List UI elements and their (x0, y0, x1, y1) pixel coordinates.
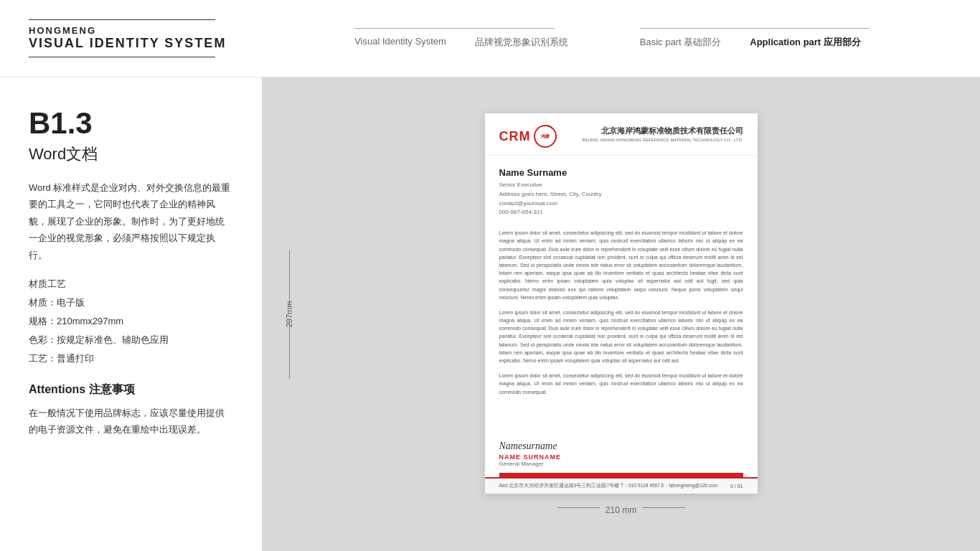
sig-name: NAME SURNAME (499, 453, 743, 461)
nav-right-labels: Basic part 基础部分 Application part 应用部分 (640, 36, 861, 49)
nav-right-top-line (640, 28, 870, 29)
doc-contact: Name Surname Senior Executive Address go… (485, 156, 758, 223)
spec-material: 材质工艺 (29, 275, 233, 293)
crm-text: CRM (499, 129, 531, 144)
side-dim-label: 297mm (285, 300, 293, 329)
doc-container: CRM 鸿蒙 北京海岸鸿蒙标准物质技术有限责任公司 BEIJING HAIIAN… (485, 113, 758, 515)
dim-line-right (642, 507, 685, 508)
nav-top-line (354, 28, 555, 29)
doc-paragraph-1: Lorem ipsum dolor sit amet, consectetur … (499, 229, 743, 301)
logo-seal: 鸿蒙 (534, 125, 557, 148)
sig-title: General Manager (499, 461, 743, 467)
section-title: Word文档 (29, 143, 233, 165)
contact-email: contact@yourmail.com (499, 199, 743, 209)
doc-footer: Add:北京市大兴经济开发区通达路3号三利工业园7号楼 T：010-5128 4… (485, 477, 758, 494)
bottom-dimension: 210 mm (557, 499, 685, 515)
nav-center: Visual Identity System 品牌视觉形象识别系统 Basic … (273, 28, 951, 49)
spec-size: 规格：210mmx297mm (29, 312, 233, 331)
company-en-name: BEIJING HAIIAN HONGMENG REFERENCE MATERI… (582, 137, 743, 143)
brand-subtitle: VISUAL IDENTITY SYSTEM (29, 37, 273, 51)
doc-header: CRM 鸿蒙 北京海岸鸿蒙标准物质技术有限责任公司 BEIJING HAIIAN… (485, 113, 758, 156)
logo-area: HONGMENG VISUAL IDENTITY SYSTEM (29, 19, 273, 57)
doc-signature: Namesurname NAME SURNAME General Manager (485, 432, 758, 473)
nav-cn-label[interactable]: 品牌视觉形象识别系统 (475, 36, 568, 49)
contact-detail: Senior Executive Address goes here, Stre… (499, 181, 743, 217)
spec-quality: 材质：电子版 (29, 293, 233, 312)
contact-phone: 000-987-654-321 (499, 208, 743, 217)
dim-line-bottom (289, 321, 290, 379)
section-desc: Word 标准样式是企业对内、对外交换信息的最重要的工具之一，它同时也代表了企业… (29, 179, 233, 263)
attention-desc: 在一般情况下使用品牌标志，应该尽量使用提供的电子资源文件，避免在重绘中出现误差。 (29, 405, 233, 438)
top-nav: HONGMENG VISUAL IDENTITY SYSTEM Visual I… (0, 0, 980, 77)
logo-bottom-divider (29, 57, 215, 57)
nav-vis-label[interactable]: Visual Identity System (354, 36, 446, 49)
nav-vis-section: Visual Identity System 品牌视觉形象识别系统 (354, 28, 568, 49)
contact-address: Address goes here, Street, City, Country (499, 190, 743, 199)
doc-paragraph-3: Lorem ipsum dolor sit amet, consectetur … (499, 372, 743, 396)
main-content: B1.3 Word文档 Word 标准样式是企业对内、对外交换信息的最重要的工具… (0, 77, 980, 551)
logo-top-divider (29, 19, 215, 20)
sig-script: Namesurname (499, 441, 743, 452)
doc-page: CRM 鸿蒙 北京海岸鸿蒙标准物质技术有限责任公司 BEIJING HAIIAN… (485, 113, 758, 494)
doc-body: Lorem ipsum dolor sit amet, consectetur … (485, 223, 758, 432)
doc-logo: CRM 鸿蒙 (499, 125, 557, 148)
nav-basic-label[interactable]: Basic part 基础部分 (640, 36, 721, 49)
attention-title: Attentions 注意事项 (29, 382, 233, 397)
spec-list: 材质工艺 材质：电子版 规格：210mmx297mm 色彩：按规定标准色、辅助色… (29, 275, 233, 368)
nav-labels: Visual Identity System 品牌视觉形象识别系统 (354, 36, 568, 49)
dim-line-top (289, 250, 290, 307)
contact-name: Name Surname (499, 167, 743, 178)
contact-role: Senior Executive (499, 181, 743, 190)
bottom-dim-label: 210 mm (606, 505, 636, 515)
company-cn-name: 北京海岸鸿蒙标准物质技术有限责任公司 (582, 125, 743, 137)
right-panel: 297mm CRM 鸿蒙 北京海岸鸿蒙标准物质技术有限责任公司 BEIJING (262, 77, 980, 551)
dim-line-left (557, 507, 600, 508)
spec-craft: 工艺：普通打印 (29, 349, 233, 368)
left-panel: B1.3 Word文档 Word 标准样式是企业对内、对外交换信息的最重要的工具… (0, 77, 262, 551)
nav-right: Basic part 基础部分 Application part 应用部分 (640, 28, 870, 49)
nav-application-label[interactable]: Application part 应用部分 (750, 36, 861, 49)
doc-paragraph-2: Lorem ipsum dolor sit amet, consectetur … (499, 309, 743, 364)
spec-color: 色彩：按规定标准色、辅助色应用 (29, 331, 233, 349)
section-code: B1.3 (29, 106, 233, 141)
brand-name: HONGMENG (29, 26, 273, 36)
footer-page: 0 / 01 (730, 484, 743, 489)
footer-address: Add:北京市大兴经济开发区通达路3号三利工业园7号楼 T：010-5128 4… (499, 483, 718, 489)
side-dimension: 297mm (275, 250, 303, 379)
doc-company-name: 北京海岸鸿蒙标准物质技术有限责任公司 BEIJING HAIIAN HONGME… (582, 125, 743, 143)
